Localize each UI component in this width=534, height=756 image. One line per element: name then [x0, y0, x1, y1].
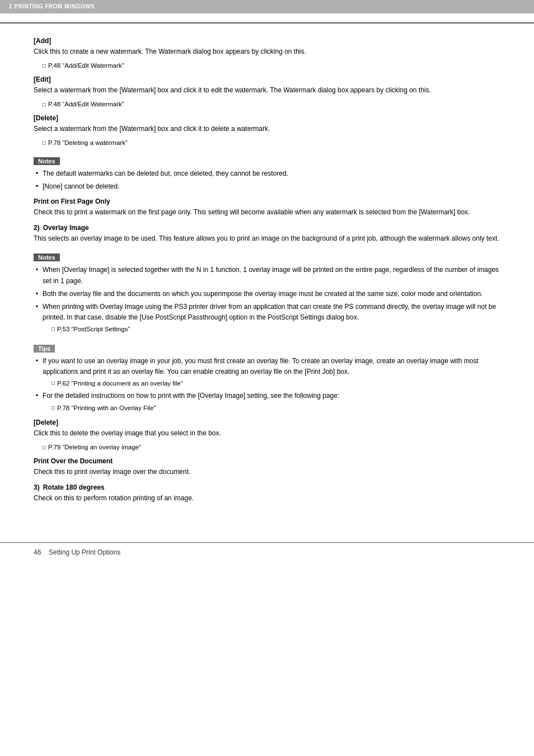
add-body: Click this to create a new watermark. Th… [34, 46, 500, 57]
notes2-ref: □ P.53 “PostScript Settings” [51, 324, 500, 334]
delete1-ref-icon: □ [43, 140, 46, 146]
rotate-title: Rotate 180 degrees [43, 483, 105, 491]
rotate-body: Check on this to perform rotation printi… [34, 493, 500, 503]
tips-item-2: For the detailed instructions on how to … [34, 391, 500, 413]
edit-body: Select a watermark from the [Watermark] … [34, 85, 500, 95]
notes2-container: Notes When [Overlay Image] is selected t… [34, 249, 500, 334]
footer-section-title: Setting Up Print Options [49, 548, 121, 556]
notes2-item-1: When [Overlay Image] is selected togethe… [34, 265, 500, 286]
print-over-section: Print Over the Document Check this to pr… [34, 457, 500, 477]
edit-section: [Edit] Select a watermark from the [Wate… [34, 76, 500, 107]
delete1-ref-text: P.78 “Deleting a watermark” [48, 139, 128, 146]
tips-ref-2: □ P.78 “Printing with an Overlay File” [51, 403, 500, 413]
tips-ref-2-icon: □ [51, 403, 55, 412]
tips-ref-1-icon: □ [51, 379, 55, 388]
delete2-ref: □ P.79 “Deleting an overlay image” [43, 444, 500, 450]
notes1-container: Notes The default watermarks can be dele… [34, 153, 500, 192]
print-over-title: Print Over the Document [34, 457, 500, 465]
footer-page-number: 46 [34, 548, 41, 556]
delete1-title: [Delete] [34, 114, 500, 122]
page-footer: 46 Setting Up Print Options [0, 542, 534, 562]
edit-title: [Edit] [34, 76, 500, 83]
notes2-badge: Notes [34, 253, 60, 261]
notes2-ref-icon: □ [51, 325, 55, 334]
print-over-body: Check this to print overlay image over t… [34, 467, 500, 477]
tips-ref-1: □ P.62 “Printing a document as an overla… [51, 378, 500, 388]
delete2-body: Click this to delete the overlay image t… [34, 428, 500, 438]
add-title: [Add] [34, 37, 500, 45]
notes1-list: The default watermarks can be deleted bu… [34, 168, 500, 192]
tips-list: If you want to use an overlay image in y… [34, 356, 500, 413]
notes2-ref-text: P.53 “PostScript Settings” [57, 324, 130, 334]
delete2-title: [Delete] [34, 419, 500, 426]
print-first-section: Print on First Page Only Check this to p… [34, 198, 500, 217]
delete1-ref: □ P.78 “Deleting a watermark” [43, 139, 500, 146]
add-ref: □ P.48 “Add/Edit Watermark” [43, 62, 500, 69]
notes2-item-3: When printing with Overlay Image using t… [34, 302, 500, 335]
add-ref-text: P.48 “Add/Edit Watermark” [48, 62, 124, 69]
rotate-section: 3) Rotate 180 degrees Check on this to p… [34, 483, 500, 503]
notes1-item-2: [None] cannot be deleted. [34, 181, 500, 192]
notes1-badge: Notes [34, 157, 60, 165]
page-header: 2 PRINTING FROM WINDOWS [0, 0, 534, 13]
add-section: [Add] Click this to create a new waterma… [34, 37, 500, 69]
tips-badge: Tips [34, 345, 55, 353]
tips-ref-1-text: P.62 “Printing a document as an overlay … [57, 378, 183, 388]
delete1-section: [Delete] Select a watermark from the [Wa… [34, 114, 500, 146]
delete2-ref-icon: □ [43, 444, 46, 450]
page-content: [Add] Click this to create a new waterma… [0, 22, 534, 531]
edit-ref-text: P.48 “Add/Edit Watermark” [48, 101, 124, 107]
print-first-body: Check this to print a watermark on the f… [34, 207, 500, 217]
rotate-number: 3) [34, 483, 40, 491]
edit-ref: □ P.48 “Add/Edit Watermark” [43, 101, 500, 107]
overlay-body: This selects an overlay image to be used… [34, 233, 500, 243]
delete1-body: Select a watermark from the [Watermark] … [34, 124, 500, 134]
edit-ref-icon: □ [43, 101, 46, 107]
notes2-list: When [Overlay Image] is selected togethe… [34, 265, 500, 334]
notes2-item-2: Both the overlay file and the documents … [34, 289, 500, 299]
notes1-item-1: The default watermarks can be deleted bu… [34, 168, 500, 179]
page-header-label: 2 PRINTING FROM WINDOWS [9, 3, 95, 10]
delete2-ref-text: P.79 “Deleting an overlay image” [48, 444, 141, 450]
overlay-title: Overlay Image [43, 224, 89, 232]
print-first-title: Print on First Page Only [34, 198, 500, 205]
delete2-section: [Delete] Click this to delete the overla… [34, 419, 500, 450]
add-ref-icon: □ [43, 63, 46, 69]
overlay-section: 2) Overlay Image This selects an overlay… [34, 224, 500, 243]
overlay-number: 2) [34, 224, 40, 232]
tips-item-1: If you want to use an overlay image in y… [34, 356, 500, 389]
tips-container: Tips If you want to use an overlay image… [34, 340, 500, 413]
tips-ref-2-text: P.78 “Printing with an Overlay File” [57, 403, 156, 413]
